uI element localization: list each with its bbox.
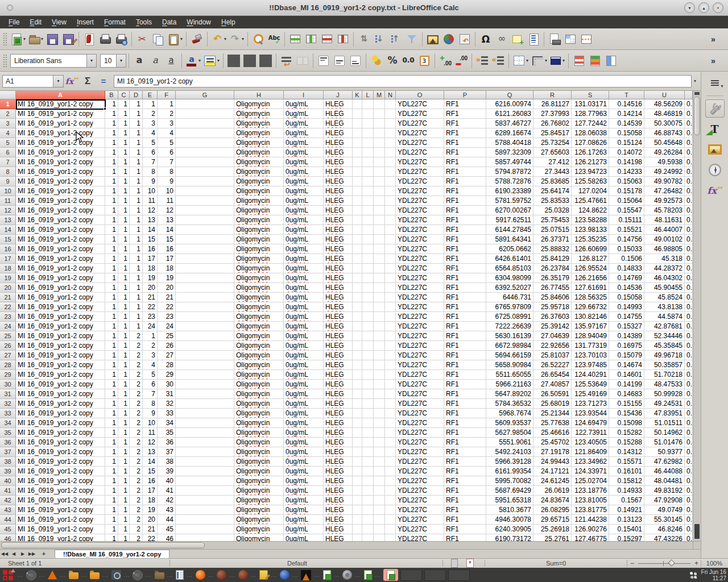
cell[interactable]: 5551.9061 xyxy=(486,438,533,447)
cell[interactable]: 1 xyxy=(105,467,118,476)
cell[interactable]: YDL227C xyxy=(396,476,444,486)
cell[interactable]: 5788.72876 xyxy=(486,177,533,186)
cell[interactable] xyxy=(353,467,362,476)
cell[interactable]: 0ug/mL xyxy=(284,370,324,380)
row-header[interactable]: 32 xyxy=(0,399,16,409)
cell[interactable]: 55.30145 xyxy=(644,515,685,525)
cell[interactable] xyxy=(353,409,362,418)
undo-button[interactable]: ↶▾ xyxy=(210,31,228,48)
cell[interactable]: 6190.23389 xyxy=(486,186,533,196)
column-header-R[interactable]: R xyxy=(533,91,572,99)
cell[interactable]: 1 xyxy=(105,322,118,331)
cell[interactable] xyxy=(176,360,234,370)
cell[interactable]: RF1 xyxy=(444,418,486,428)
menu-item-tools[interactable]: Tools xyxy=(131,17,157,27)
cell[interactable]: 124.33971 xyxy=(572,467,609,476)
cell[interactable]: HLEG xyxy=(324,138,353,148)
cell[interactable]: Oligomycin xyxy=(234,264,284,273)
cell[interactable]: MI 16_0919_yor1-2 copy xyxy=(16,389,105,399)
cell[interactable]: 124.69479 xyxy=(572,418,609,428)
cell[interactable] xyxy=(176,447,234,457)
cell[interactable] xyxy=(385,293,396,302)
cell[interactable] xyxy=(362,447,374,457)
taskbar-item-calc[interactable] xyxy=(364,569,372,581)
cell[interactable]: 5966.21163 xyxy=(486,380,533,389)
cell[interactable] xyxy=(385,360,396,370)
cell[interactable]: HLEG xyxy=(324,476,353,486)
menu-item-edit[interactable]: Edit xyxy=(24,17,47,27)
taskbar-item-matlab[interactable] xyxy=(48,569,57,581)
cell[interactable]: 121.86409 xyxy=(572,447,609,457)
cell[interactable]: 1 xyxy=(118,302,130,312)
cell[interactable]: 0. xyxy=(685,331,693,341)
cell[interactable]: 0.15288 xyxy=(609,438,644,447)
cell[interactable] xyxy=(353,283,362,293)
cell[interactable]: 0ug/mL xyxy=(284,273,324,283)
cell[interactable]: 2 xyxy=(130,360,143,370)
cell[interactable]: 1 xyxy=(118,148,130,157)
cell[interactable]: 128.56325 xyxy=(572,293,609,302)
cell[interactable]: HLEG xyxy=(324,486,353,496)
cell[interactable]: MI 16_0919_yor1-2 copy xyxy=(16,370,105,380)
cell[interactable]: HLEG xyxy=(324,273,353,283)
cell[interactable] xyxy=(176,235,234,244)
cell[interactable]: RF1 xyxy=(444,128,486,138)
cell[interactable]: 25.2761 xyxy=(533,534,572,541)
cell[interactable]: 127.72442 xyxy=(572,119,609,128)
cell[interactable]: MI 16_0919_yor1-2 copy xyxy=(16,505,105,515)
cell[interactable]: 127.08626 xyxy=(572,138,609,148)
cell[interactable]: YDL227C xyxy=(396,496,444,505)
cell[interactable]: 0. xyxy=(685,486,693,496)
cell[interactable]: 10 xyxy=(143,418,158,428)
cell[interactable]: 0.14683 xyxy=(609,389,644,399)
cell[interactable]: 25.88832 xyxy=(533,244,572,254)
cell[interactable]: 25.0328 xyxy=(533,206,572,215)
cell[interactable]: Oligomycin xyxy=(234,486,284,496)
insert-column-button[interactable] xyxy=(303,31,319,48)
cell[interactable]: 0. xyxy=(685,215,693,225)
cell[interactable]: 0ug/mL xyxy=(284,283,324,293)
cell[interactable]: YDL227C xyxy=(396,341,444,351)
cell[interactable]: 6161.99354 xyxy=(486,467,533,476)
find-replace-button[interactable] xyxy=(250,31,266,48)
cell[interactable]: 26.0619 xyxy=(533,486,572,496)
cell[interactable] xyxy=(176,119,234,128)
cell[interactable]: YDL227C xyxy=(396,244,444,254)
cell[interactable]: 0. xyxy=(685,447,693,457)
align-right-button[interactable] xyxy=(258,52,274,69)
cell[interactable]: HLEG xyxy=(324,196,353,206)
cell[interactable]: 1 xyxy=(105,496,118,505)
cell[interactable]: RF1 xyxy=(444,157,486,167)
cell[interactable]: 0ug/mL xyxy=(284,418,324,428)
cell[interactable]: Oligomycin xyxy=(234,389,284,399)
cell[interactable] xyxy=(362,293,374,302)
cell[interactable]: 7222.26639 xyxy=(486,322,533,331)
column-header-D[interactable]: D xyxy=(130,91,143,99)
cell[interactable]: 2 xyxy=(130,525,143,534)
row-header[interactable]: 33 xyxy=(0,409,16,418)
cell[interactable]: HLEG xyxy=(324,360,353,370)
cell[interactable] xyxy=(353,264,362,273)
cell[interactable]: MI 16_0919_yor1-2 copy xyxy=(16,196,105,206)
cell[interactable]: 0ug/mL xyxy=(284,476,324,486)
cell[interactable]: MI 16_0919_yor1-2 copy xyxy=(16,380,105,389)
cell[interactable] xyxy=(362,438,374,447)
add-sheet-button[interactable]: + xyxy=(39,550,49,558)
cell[interactable] xyxy=(385,534,396,541)
cell[interactable] xyxy=(385,351,396,360)
cell[interactable]: 1 xyxy=(130,167,143,177)
cell[interactable]: 1 xyxy=(105,148,118,157)
sort-descending-button[interactable]: ↑ xyxy=(388,31,404,48)
cell[interactable]: Oligomycin xyxy=(234,196,284,206)
paste-dropdown-icon[interactable]: ▾ xyxy=(180,36,183,41)
cell[interactable] xyxy=(374,215,385,225)
cell[interactable]: 49.90782 xyxy=(644,177,685,186)
cell[interactable]: MI 16_0919_yor1-2 copy xyxy=(16,447,105,457)
cell[interactable]: 4 xyxy=(143,360,158,370)
sort-ascending-button[interactable]: ↓ xyxy=(372,31,388,48)
cell[interactable]: RF1 xyxy=(444,351,486,360)
cell[interactable]: 0ug/mL xyxy=(284,196,324,206)
cell[interactable]: 2 xyxy=(130,496,143,505)
cell[interactable]: RF1 xyxy=(444,206,486,215)
taskbar-item-folder-brown[interactable] xyxy=(155,569,164,581)
